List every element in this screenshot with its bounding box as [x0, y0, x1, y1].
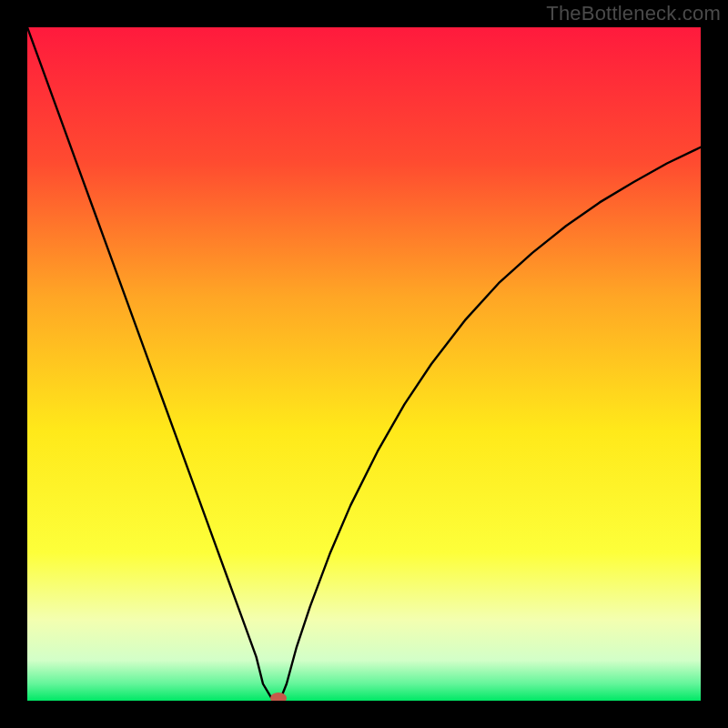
chart-stage: TheBottleneck.com	[0, 0, 728, 728]
gradient-background	[27, 27, 701, 701]
plot-area	[27, 27, 701, 701]
chart-svg	[27, 27, 701, 701]
watermark-text: TheBottleneck.com	[546, 2, 721, 25]
